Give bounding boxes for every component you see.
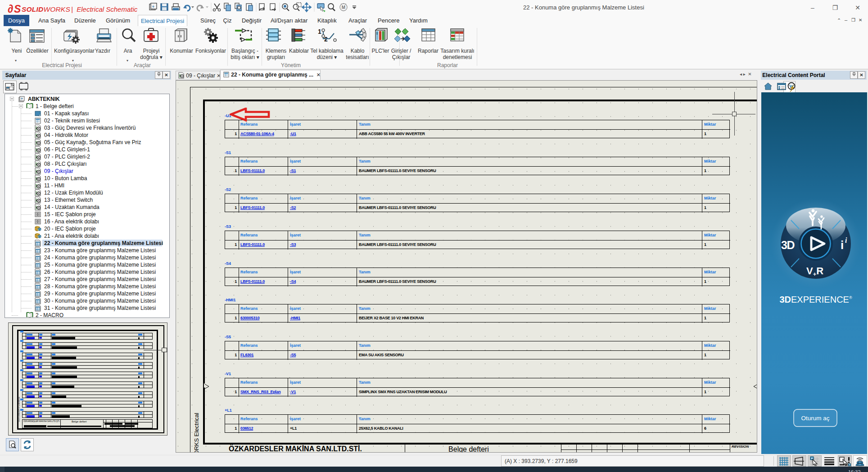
svg-text:∂: ∂ <box>8 2 13 14</box>
svg-text:Oturum aç: Oturum aç <box>801 415 829 422</box>
svg-text:1: 1 <box>318 28 321 35</box>
svg-text:i: i <box>845 236 847 244</box>
svg-text:SOLIDWORKS: SOLIDWORKS <box>22 5 70 13</box>
svg-text:3D: 3D <box>781 239 794 251</box>
svg-text:i: i <box>841 238 844 252</box>
svg-text:S: S <box>14 3 21 14</box>
svg-text:| Electrical Schematic: | Electrical Schematic <box>71 5 138 13</box>
svg-text:3DEXPERIENCE®: 3DEXPERIENCE® <box>779 295 852 304</box>
svg-text:M: M <box>342 5 345 10</box>
